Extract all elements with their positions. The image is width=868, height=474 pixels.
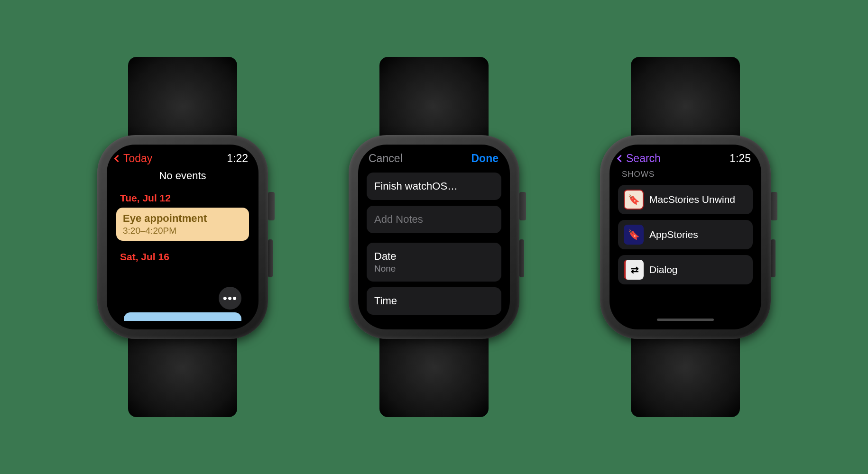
digital-crown[interactable] xyxy=(519,192,526,220)
title-value: Finish watchOS… xyxy=(374,180,458,192)
screen: Cancel Done Finish watchOS… Add Notes Da… xyxy=(358,145,510,329)
screen: Search 1:25 SHOWS 🔖 MacStories Unwind 🔖 … xyxy=(609,145,761,329)
chevron-left-icon xyxy=(114,155,122,163)
watch-case: Search 1:25 SHOWS 🔖 MacStories Unwind 🔖 … xyxy=(600,135,771,339)
watch-case: Today 1:22 No events Tue, Jul 12 Eye app… xyxy=(97,135,268,339)
date-header-2: Sat, Jul 16 xyxy=(120,251,251,263)
show-name: AppStories xyxy=(649,229,698,240)
back-button[interactable]: Search xyxy=(618,152,661,165)
cancel-button[interactable]: Cancel xyxy=(369,152,403,165)
apple-watch-reminder-form: Cancel Done Finish watchOS… Add Notes Da… xyxy=(334,57,534,417)
show-row[interactable]: ⇄ Dialog xyxy=(618,255,753,284)
side-button[interactable] xyxy=(268,239,273,277)
back-label: Search xyxy=(626,152,661,165)
side-button[interactable] xyxy=(519,239,524,277)
date-field[interactable]: Date None xyxy=(367,243,501,282)
back-label: Today xyxy=(123,152,152,165)
date-value: None xyxy=(374,264,494,274)
side-button[interactable] xyxy=(771,239,776,277)
back-button[interactable]: Today xyxy=(115,152,152,165)
form-header: Cancel Done xyxy=(366,150,502,170)
show-artwork-icon: 🔖 xyxy=(624,190,644,210)
time-label: Time xyxy=(374,295,494,307)
clock-time: 1:22 xyxy=(227,152,248,165)
status-bar: Today 1:22 xyxy=(114,150,251,169)
digital-crown[interactable] xyxy=(771,192,777,220)
done-button[interactable]: Done xyxy=(471,152,499,165)
watch-case: Cancel Done Finish watchOS… Add Notes Da… xyxy=(349,135,519,339)
clock-time: 1:25 xyxy=(729,152,751,165)
show-name: Dialog xyxy=(649,264,678,275)
show-artwork-icon: 🔖 xyxy=(624,225,644,245)
calendar-event[interactable]: Eye appointment 3:20–4:20PM xyxy=(116,208,249,241)
time-field[interactable]: Time xyxy=(367,287,501,315)
digital-crown[interactable] xyxy=(268,192,275,220)
notes-placeholder: Add Notes xyxy=(374,213,423,225)
next-event-peek[interactable] xyxy=(124,312,241,321)
event-title: Eye appointment xyxy=(123,212,242,225)
show-name: MacStories Unwind xyxy=(649,194,735,205)
home-indicator xyxy=(657,319,714,321)
chevron-left-icon xyxy=(617,155,625,163)
title-field[interactable]: Finish watchOS… xyxy=(367,173,501,200)
no-events-label: No events xyxy=(114,170,251,182)
date-header-1: Tue, Jul 12 xyxy=(120,192,251,204)
screen: Today 1:22 No events Tue, Jul 12 Eye app… xyxy=(107,145,259,329)
more-button[interactable]: ••• xyxy=(219,287,241,310)
show-artwork-icon: ⇄ xyxy=(624,260,644,280)
show-row[interactable]: 🔖 MacStories Unwind xyxy=(618,185,753,214)
event-time: 3:20–4:20PM xyxy=(123,226,242,236)
notes-field[interactable]: Add Notes xyxy=(367,206,501,233)
apple-watch-calendar: Today 1:22 No events Tue, Jul 12 Eye app… xyxy=(83,57,282,417)
show-row[interactable]: 🔖 AppStories xyxy=(618,220,753,249)
apple-watch-podcast-search: Search 1:25 SHOWS 🔖 MacStories Unwind 🔖 … xyxy=(586,57,785,417)
section-header: SHOWS xyxy=(622,170,754,179)
status-bar: Search 1:25 xyxy=(617,150,754,169)
ellipsis-icon: ••• xyxy=(223,291,237,306)
date-label: Date xyxy=(374,250,494,263)
